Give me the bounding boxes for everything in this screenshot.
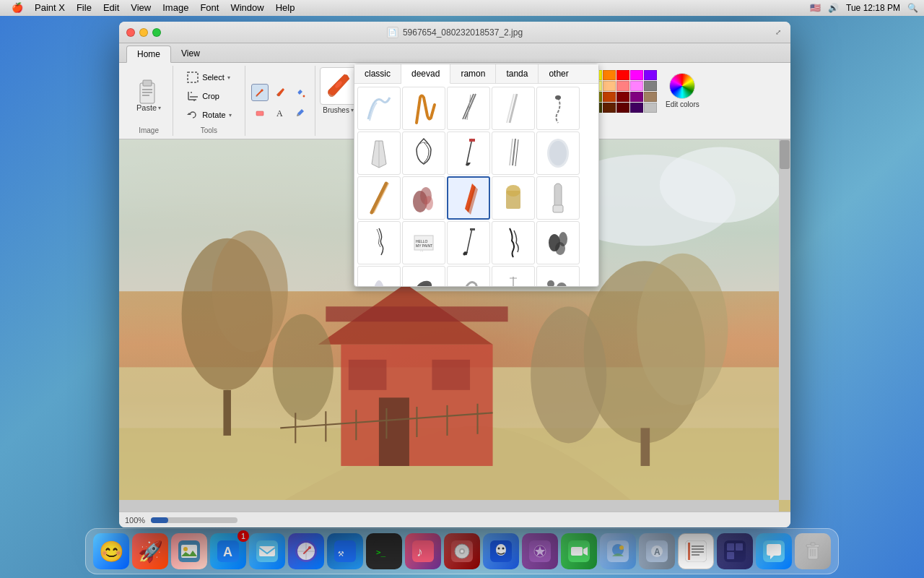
brush-grid-container[interactable]: HELLO MY PAINT ... xyxy=(354,84,598,286)
brush-cell-12[interactable] xyxy=(402,176,445,220)
brush-cell-9[interactable] xyxy=(492,131,535,175)
close-button[interactable] xyxy=(126,28,135,37)
brush-cell-7[interactable] xyxy=(402,131,445,175)
brush-cell-11[interactable] xyxy=(357,176,401,220)
menu-font[interactable]: Font xyxy=(194,0,225,16)
color-ltpurple[interactable] xyxy=(630,81,643,91)
tab-view[interactable]: View xyxy=(171,46,210,62)
minimize-button[interactable] xyxy=(139,28,148,37)
brush-tab-ramon[interactable]: ramon xyxy=(450,64,496,83)
dock-finder[interactable]: 😊 xyxy=(93,533,129,569)
menu-edit[interactable]: Edit xyxy=(97,0,125,16)
brush-cell-20[interactable] xyxy=(536,221,580,264)
menu-image[interactable]: Image xyxy=(157,0,194,16)
dock-appfolder[interactable]: A xyxy=(639,533,675,569)
vertical-scrollbar[interactable] xyxy=(779,139,790,500)
paste-button[interactable]: Paste ▾ xyxy=(131,77,167,115)
color-pink[interactable] xyxy=(616,81,629,91)
brush-cell-1[interactable] xyxy=(357,87,401,130)
brush-tool[interactable] xyxy=(271,84,289,101)
brush-cell-6[interactable] xyxy=(357,131,401,175)
tab-home[interactable]: Home xyxy=(126,46,171,63)
dock-safari[interactable] xyxy=(288,533,324,569)
color-extra9[interactable] xyxy=(630,103,643,113)
color-tan[interactable] xyxy=(644,92,657,102)
menu-window[interactable]: Window xyxy=(225,0,269,16)
color-red1[interactable] xyxy=(616,70,629,80)
dock-launchpad[interactable]: 🚀 xyxy=(132,533,168,569)
dock-messages[interactable] xyxy=(756,533,792,569)
color-gray1[interactable] xyxy=(644,81,657,91)
dock-mail[interactable] xyxy=(249,533,285,569)
vertical-scrollbar-thumb[interactable] xyxy=(780,140,790,169)
color-orange2[interactable] xyxy=(603,81,616,91)
select-tool[interactable]: Select ▾ xyxy=(182,69,235,86)
brush-tab-tanda[interactable]: tanda xyxy=(496,64,539,83)
color-magenta[interactable] xyxy=(630,70,643,80)
expand-button[interactable]: ⤢ xyxy=(773,27,783,38)
crop-tool[interactable]: Crop xyxy=(182,87,235,105)
fill-tool[interactable] xyxy=(292,84,309,101)
menu-view[interactable]: View xyxy=(125,0,157,16)
color-purple[interactable] xyxy=(644,70,657,80)
color-extra7[interactable] xyxy=(603,103,616,113)
brush-tab-deevad[interactable]: deevad xyxy=(401,64,450,84)
brush-cell-10[interactable] xyxy=(536,131,580,175)
eraser-tool[interactable] xyxy=(251,104,269,121)
horizontal-scrollbar[interactable] xyxy=(119,500,779,512)
brush-cell-3[interactable] xyxy=(447,87,490,130)
dock-qq[interactable] xyxy=(483,533,519,569)
search-icon[interactable]: 🔍 xyxy=(907,3,918,13)
dock-xcode[interactable]: ⚒ xyxy=(327,533,363,569)
dock-facetime[interactable] xyxy=(561,533,597,569)
edit-colors-button[interactable]: Edit colors xyxy=(661,70,704,111)
menu-paintx[interactable]: Paint X xyxy=(29,0,71,16)
text-tool[interactable]: A xyxy=(271,104,289,121)
pencil-tool[interactable] xyxy=(251,84,269,101)
brush-cell-23[interactable] xyxy=(447,266,490,286)
brush-cell-4[interactable] xyxy=(492,87,535,130)
volume-icon[interactable]: 🔊 xyxy=(828,3,839,13)
maximize-button[interactable] xyxy=(152,28,161,37)
dock-iphoto[interactable] xyxy=(600,533,636,569)
color-dkorange[interactable] xyxy=(603,92,616,102)
dock-tilesgame[interactable] xyxy=(717,533,753,569)
brush-cell-13[interactable] xyxy=(447,176,490,220)
color-orange1[interactable] xyxy=(603,70,616,80)
brush-cell-25[interactable] xyxy=(536,266,580,286)
edit-colors-label: Edit colors xyxy=(666,100,699,108)
rotate-tool[interactable]: Rotate ▾ xyxy=(182,106,235,124)
zoom-bar[interactable] xyxy=(151,517,237,523)
menu-help[interactable]: Help xyxy=(270,0,301,16)
dock-terminal[interactable]: >_ xyxy=(366,533,402,569)
brush-cell-18[interactable] xyxy=(447,221,490,264)
menu-file[interactable]: File xyxy=(71,0,97,16)
color-extra10[interactable] xyxy=(644,103,657,113)
brushes-button[interactable] xyxy=(320,67,357,105)
brush-cell-15[interactable] xyxy=(536,176,580,220)
dock-appstore[interactable]: A 1 xyxy=(210,533,246,569)
brush-tab-classic[interactable]: classic xyxy=(354,64,401,83)
brush-cell-19[interactable] xyxy=(492,221,535,264)
dock-dvd[interactable] xyxy=(444,533,480,569)
brush-tab-other[interactable]: other xyxy=(539,64,578,83)
color-dkred[interactable] xyxy=(616,92,629,102)
color-dkpurple[interactable] xyxy=(630,92,643,102)
brush-cell-14[interactable] xyxy=(492,176,535,220)
brush-cell-5[interactable] xyxy=(536,87,580,130)
brush-cell-17[interactable]: HELLO MY PAINT ... xyxy=(402,221,445,264)
dock-wunderkind[interactable] xyxy=(522,533,558,569)
brush-cell-8[interactable] xyxy=(447,131,490,175)
dock-photos[interactable] xyxy=(171,533,207,569)
dock-textedit[interactable] xyxy=(678,533,714,569)
brush-cell-2[interactable] xyxy=(402,87,445,130)
apple-menu[interactable]: 🍎 xyxy=(6,0,29,16)
dock-trash[interactable] xyxy=(795,533,831,569)
brush-cell-22[interactable] xyxy=(402,266,445,286)
brush-cell-21[interactable] xyxy=(357,266,401,286)
color-extra8[interactable] xyxy=(616,103,629,113)
eyedropper-tool[interactable] xyxy=(292,104,309,121)
brush-cell-16[interactable] xyxy=(357,221,401,264)
dock-music[interactable]: ♪ xyxy=(405,533,441,569)
brush-cell-24[interactable] xyxy=(492,266,535,286)
